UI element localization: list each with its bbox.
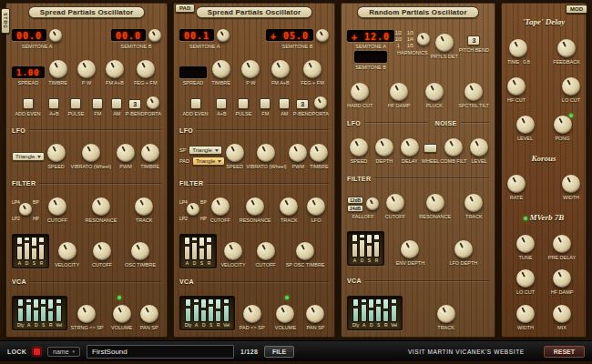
falloff-option-12db[interactable]: 12dB — [347, 197, 363, 204]
knob-dial[interactable] — [280, 197, 298, 216]
slider-track[interactable] — [26, 299, 31, 321]
slider-track[interactable] — [374, 235, 379, 257]
falloff-option-24db[interactable]: 24dB — [347, 205, 363, 212]
knob-dial[interactable] — [82, 144, 100, 162]
knob-dial[interactable] — [58, 242, 77, 260]
knob-dial[interactable] — [296, 242, 314, 260]
knob-dial[interactable] — [554, 116, 572, 134]
slider-track[interactable] — [25, 238, 29, 259]
knob-dial[interactable] — [426, 194, 444, 212]
knob-dial[interactable] — [425, 83, 444, 101]
mod-tab[interactable]: MOD — [566, 5, 587, 14]
knob-dial[interactable] — [375, 138, 393, 157]
filter-mode-knob[interactable] — [19, 203, 32, 216]
knob-dial[interactable] — [310, 144, 328, 162]
time-knob[interactable] — [509, 39, 527, 57]
knob-dial[interactable] — [516, 305, 535, 323]
knob-dial[interactable] — [516, 269, 535, 288]
toggle-button[interactable] — [23, 98, 34, 109]
knob-dial[interactable] — [401, 240, 419, 258]
toggle-button[interactable] — [190, 98, 201, 109]
slider-track[interactable] — [369, 299, 373, 321]
slider-track[interactable] — [48, 299, 53, 321]
strg-tab[interactable]: STRG — [1, 8, 10, 34]
knob-dial[interactable] — [92, 197, 110, 216]
file-button[interactable]: FILE — [264, 346, 294, 358]
slider-track[interactable] — [216, 299, 220, 321]
knob-dial[interactable] — [241, 60, 260, 78]
slider-track[interactable] — [186, 299, 190, 321]
knob-dial[interactable] — [131, 242, 149, 260]
toggle-button[interactable] — [70, 98, 81, 109]
knob-dial[interactable] — [211, 197, 230, 216]
toggle-button[interactable] — [238, 98, 249, 109]
pad-tab[interactable]: PAD — [175, 4, 195, 13]
slider-track[interactable] — [383, 299, 388, 321]
toggle-button[interactable] — [216, 98, 227, 109]
knob-dial[interactable] — [117, 144, 135, 162]
slider-track[interactable] — [199, 238, 204, 259]
knob-dial[interactable] — [553, 305, 571, 323]
toggle-button[interactable] — [279, 98, 290, 109]
porta-knob[interactable] — [314, 96, 327, 109]
knob-dial[interactable] — [135, 197, 153, 216]
sp-lfo-wave-select[interactable]: Triangle — [189, 146, 221, 155]
knob-dial[interactable] — [140, 305, 158, 323]
toggle-button[interactable] — [111, 98, 122, 109]
lfo-wave-select[interactable]: Triangle — [12, 152, 45, 161]
knob-dial[interactable] — [141, 144, 159, 162]
website-link[interactable]: VISIT MARTIN VICANEK'S WEBSITE — [408, 349, 525, 355]
pbend-range-box[interactable]: 3 — [296, 99, 309, 109]
feedback-knob[interactable] — [557, 39, 576, 57]
pbend-range-box[interactable]: 3 — [128, 99, 141, 109]
semitone-b-knob[interactable] — [148, 29, 161, 42]
preset-name-field[interactable]: FirstSound — [87, 345, 234, 359]
slider-track[interactable] — [209, 299, 213, 321]
knob-dial[interactable] — [212, 60, 230, 78]
knob-dial[interactable] — [464, 194, 483, 212]
slider-track[interactable] — [367, 235, 372, 257]
toggle-button[interactable] — [260, 98, 270, 109]
knob-dial[interactable] — [224, 242, 242, 260]
knob-dial[interactable] — [351, 83, 369, 101]
knob-dial[interactable] — [307, 197, 325, 216]
knob-dial[interactable] — [271, 60, 290, 78]
knob-dial[interactable] — [289, 144, 307, 162]
slider-track[interactable] — [56, 299, 61, 321]
harmonics-knob[interactable] — [417, 33, 430, 46]
knob-dial[interactable] — [401, 138, 419, 157]
prtls-det-knob[interactable] — [435, 34, 454, 52]
knob-dial[interactable] — [390, 83, 408, 101]
slider-track[interactable] — [352, 235, 357, 257]
slider-track[interactable] — [376, 299, 381, 321]
knob-dial[interactable] — [507, 77, 526, 96]
knob-dial[interactable] — [77, 305, 96, 323]
knob-dial[interactable] — [507, 175, 526, 193]
knob-dial[interactable] — [470, 138, 488, 157]
pitch-bend-box[interactable]: 3 — [467, 35, 480, 46]
preset-sort-dropdown[interactable]: name ▾ — [47, 347, 80, 357]
knob-dial[interactable] — [516, 116, 535, 134]
filter-mode-knob[interactable] — [187, 203, 199, 216]
slider-track[interactable] — [34, 299, 38, 321]
knob-dial[interactable] — [553, 269, 571, 288]
slider-track[interactable] — [39, 238, 44, 259]
knob-dial[interactable] — [243, 305, 261, 323]
slider-track[interactable] — [185, 238, 189, 259]
knob-dial[interactable] — [562, 77, 580, 96]
toggle-button[interactable] — [48, 98, 59, 109]
slider-track[interactable] — [201, 299, 206, 321]
knob-dial[interactable] — [48, 197, 66, 216]
slider-track[interactable] — [362, 299, 366, 321]
semitone-a-knob[interactable] — [49, 29, 62, 42]
knob-dial[interactable] — [276, 305, 294, 323]
slider-track[interactable] — [360, 235, 364, 257]
knob-dial[interactable] — [437, 305, 455, 323]
slider-track[interactable] — [32, 238, 36, 259]
slider-track[interactable] — [18, 299, 23, 321]
semitone-a-knob[interactable] — [217, 29, 230, 42]
knob-dial[interactable] — [137, 60, 155, 78]
slider-track[interactable] — [17, 238, 22, 259]
knob-dial[interactable] — [553, 235, 571, 253]
reset-button[interactable]: RESET — [544, 346, 585, 358]
